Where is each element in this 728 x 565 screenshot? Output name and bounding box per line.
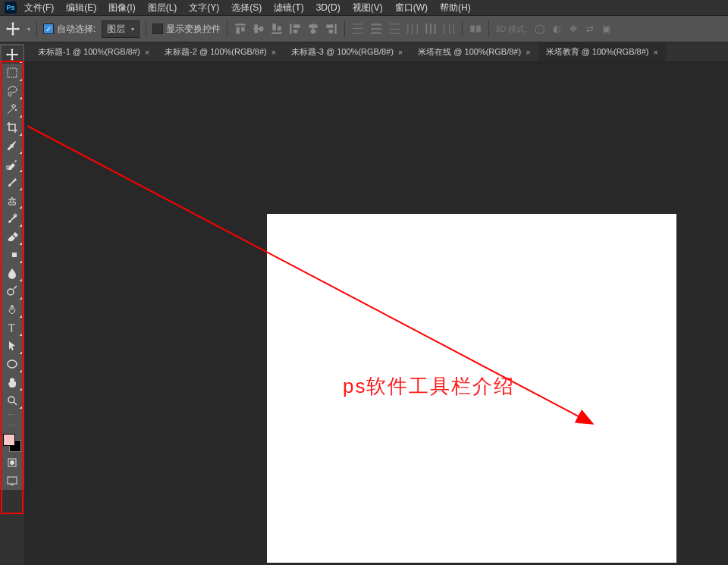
close-icon[interactable]: × (653, 48, 657, 57)
menu-item[interactable]: 选择(S) (227, 0, 266, 16)
magic-wand-tool[interactable] (2, 100, 23, 118)
distribute-hcenter-icon[interactable] (424, 22, 438, 36)
align-bottom-icon[interactable] (270, 22, 284, 36)
align-top-icon[interactable] (234, 22, 247, 36)
svg-point-43 (8, 289, 14, 295)
roll-icon[interactable]: ◐ (551, 23, 563, 35)
crop-tool[interactable] (2, 118, 23, 137)
close-icon[interactable]: × (526, 48, 530, 57)
pan-icon[interactable]: ✥ (567, 23, 579, 35)
close-icon[interactable]: × (145, 48, 149, 57)
lasso-tool[interactable] (2, 82, 23, 100)
distribute-bottom-icon[interactable] (388, 22, 401, 36)
3d-mode-label: 3D 模式: (495, 24, 527, 35)
foreground-swatch[interactable] (3, 434, 15, 446)
svg-rect-18 (353, 24, 364, 24)
menu-item[interactable]: 窗口(W) (391, 0, 432, 16)
blur-tool[interactable] (2, 264, 23, 282)
align-hcenter-icon[interactable] (306, 22, 320, 36)
type-tool[interactable]: T (2, 319, 23, 337)
pen-tool[interactable] (2, 300, 23, 319)
slide-icon[interactable]: ⇄ (584, 23, 596, 35)
menu-item[interactable]: 视图(V) (348, 0, 388, 16)
svg-rect-22 (372, 28, 382, 30)
menu-item[interactable]: 文字(Y) (184, 0, 224, 16)
svg-rect-0 (236, 24, 246, 25)
options-bar: ▾ ✓自动选择: 图层▾ 显示变换控件 3D 模式: ◯ ◐ ✥ ⇄ ▣ (0, 15, 728, 42)
edit-toolbar[interactable]: ⋯ (2, 410, 23, 420)
distribute-vcenter-icon[interactable] (369, 22, 383, 36)
show-transform-checkbox[interactable]: 显示变换控件 (152, 23, 221, 36)
svg-point-48 (10, 460, 14, 465)
auto-select-target[interactable]: 图层▾ (102, 20, 140, 38)
align-left-icon[interactable] (288, 22, 302, 36)
hand-tool[interactable] (2, 373, 23, 391)
move-tool-icon[interactable] (6, 22, 20, 36)
menu-item[interactable]: 滤镜(T) (269, 0, 308, 16)
menu-item[interactable]: 图像(I) (104, 0, 140, 16)
menu-item[interactable]: 文件(F) (20, 0, 58, 16)
screen-mode[interactable] (2, 472, 23, 490)
auto-align-icon[interactable] (469, 22, 482, 36)
chevron-down-icon[interactable]: ▾ (27, 26, 30, 33)
close-icon[interactable]: × (398, 48, 403, 57)
eraser-tool[interactable] (2, 228, 23, 246)
clone-stamp-tool[interactable] (2, 191, 23, 209)
annotation-arrow (23, 123, 614, 441)
zoom-tool[interactable] (2, 391, 23, 410)
svg-rect-28 (412, 24, 413, 34)
brush-tool[interactable] (2, 173, 23, 191)
svg-rect-2 (241, 27, 245, 32)
eyedropper-tool[interactable] (2, 137, 23, 155)
tab-label: 米塔教育 @ 100%(RGB/8#) (546, 46, 649, 58)
dodge-tool[interactable] (2, 282, 23, 300)
path-selection-tool[interactable] (2, 337, 23, 355)
app-icon: Ps (5, 2, 17, 14)
close-icon[interactable]: × (271, 48, 276, 57)
document-tab[interactable]: 米塔在线 @ 100%(RGB/8#) × (410, 42, 538, 61)
menu-item[interactable]: 图层(L) (143, 0, 182, 16)
svg-rect-31 (430, 24, 431, 34)
svg-rect-50 (11, 485, 14, 485)
distribute-right-icon[interactable] (442, 22, 456, 36)
svg-rect-27 (408, 24, 409, 34)
tab-label: 米塔在线 @ 100%(RGB/8#) (418, 46, 521, 58)
history-brush-tool[interactable] (2, 209, 23, 228)
gradient-tool[interactable] (2, 246, 23, 264)
svg-rect-26 (390, 33, 400, 34)
svg-rect-38 (8, 68, 17, 77)
document-tab-bar: 未标题-1 @ 100%(RGB/8#) × 未标题-2 @ 100%(RGB/… (0, 42, 728, 62)
ellipse-tool[interactable] (2, 355, 23, 373)
camera-icon[interactable]: ▣ (601, 23, 613, 35)
canvas[interactable]: ps软件工具栏介绍 (267, 214, 676, 563)
spot-healing-tool[interactable] (2, 155, 23, 173)
move-tool[interactable] (2, 46, 23, 64)
auto-select-label: 自动选择: (57, 23, 96, 36)
align-vcenter-icon[interactable] (252, 22, 265, 36)
quick-mask[interactable] (2, 454, 23, 472)
show-transform-label: 显示变换控件 (166, 23, 221, 36)
color-swatches[interactable] (2, 432, 23, 454)
menu-item[interactable]: 3D(D) (312, 1, 345, 14)
menu-bar: Ps 文件(F)编辑(E)图像(I)图层(L)文字(Y)选择(S)滤镜(T)3D… (0, 0, 728, 15)
menu-item[interactable]: 帮助(H) (435, 0, 475, 16)
svg-rect-25 (390, 29, 400, 30)
document-tab[interactable]: 未标题-3 @ 100%(RGB/8#) × (284, 42, 410, 61)
align-group-1 (234, 22, 338, 36)
marquee-tool[interactable] (2, 64, 23, 82)
align-right-icon[interactable] (325, 22, 338, 36)
svg-rect-10 (293, 24, 300, 28)
menu-item[interactable]: 编辑(E) (61, 0, 101, 16)
distribute-left-icon[interactable] (406, 22, 419, 36)
svg-point-46 (8, 397, 14, 403)
distribute-top-icon[interactable] (351, 22, 365, 36)
svg-rect-1 (237, 27, 240, 34)
document-tab[interactable]: 米塔教育 @ 100%(RGB/8#) × (538, 42, 666, 61)
document-tab[interactable]: 未标题-2 @ 100%(RGB/8#) × (157, 42, 284, 61)
svg-rect-37 (476, 26, 481, 33)
svg-text:T: T (8, 322, 15, 334)
3d-mode-icons: ◯ ◐ ✥ ⇄ ▣ (534, 23, 613, 35)
document-tab[interactable]: 未标题-1 @ 100%(RGB/8#) × (30, 42, 157, 61)
orbit-icon[interactable]: ◯ (534, 23, 546, 35)
auto-select-checkbox[interactable]: ✓自动选择: (43, 23, 96, 36)
